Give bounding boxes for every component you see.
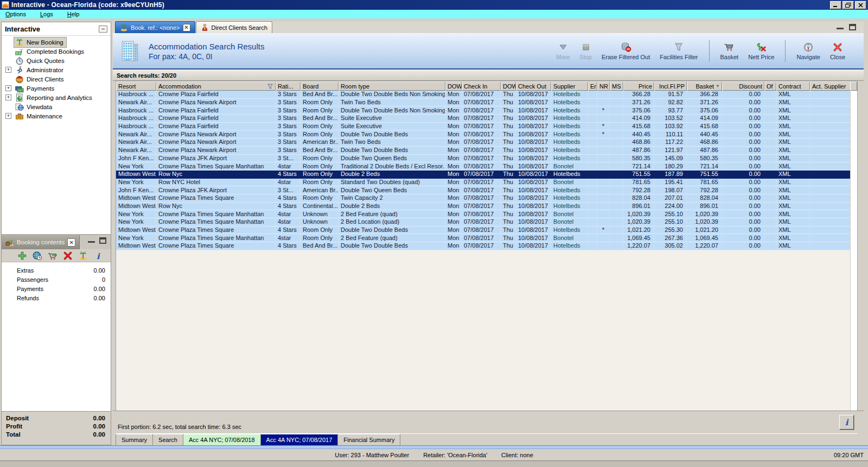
column-header-act-supplier[interactable]: Act. Supplier (810, 81, 851, 91)
table-row[interactable]: Midtown WestCrowne Plaza Times Square4 S… (116, 226, 851, 235)
sidebar-collapse-button[interactable]: – (99, 26, 107, 33)
move-to-basket-button[interactable] (48, 251, 58, 261)
quote-button[interactable] (33, 251, 42, 261)
table-row[interactable]: New YorkCrowne Plaza Times Square Manhat… (116, 162, 851, 171)
window-restore-button[interactable] (843, 1, 854, 9)
info-button[interactable]: i (93, 251, 103, 261)
table-row[interactable]: John F Ken...Crowne Plaza JFK Airport3 S… (116, 186, 851, 194)
table-row[interactable]: Hasbrouck ...Crowne Plaza Fairfield3 Sta… (116, 106, 851, 115)
sidebar-item-new-booking[interactable]: New Booking (2, 37, 111, 47)
facilities-filter-button[interactable]: Facilities Filter (656, 41, 701, 61)
column-header-supplier[interactable]: Supplier (551, 81, 588, 91)
column-header-basket[interactable]: Basket▼ (687, 81, 722, 91)
window-minimize-button[interactable] (830, 1, 841, 9)
sidebar-item-reporting-and-analytics[interactable]: +Reporting and Analytics (2, 93, 111, 102)
sidebar-item-direct-clients[interactable]: Direct Clients (2, 74, 111, 84)
sidebar-item-viewdata[interactable]: Viewdata (2, 102, 111, 111)
bottom-tab-search[interactable]: Search (153, 434, 183, 445)
column-header-discount[interactable]: Discount (722, 81, 764, 91)
table-row[interactable]: Midtown WestCrowne Plaza Times Square4 S… (116, 194, 851, 203)
column-header-of[interactable]: Of (764, 81, 776, 91)
table-row[interactable]: Midtown WestRow Nyc4 StarsRoom OnlyDoubl… (116, 171, 851, 179)
cell-contract: XML (776, 106, 810, 115)
booking-row-label: Extras (17, 267, 34, 274)
column-header-incl-fl-pp[interactable]: Incl.Fl.PP (654, 81, 687, 91)
delete-button[interactable] (63, 251, 73, 261)
erase-filtered-out-button[interactable]: Erase Filtered Out (598, 41, 653, 61)
column-header-room-type[interactable]: Room type (339, 81, 445, 91)
expand-toggle-icon[interactable]: + (5, 67, 11, 73)
cell-ms (610, 171, 623, 179)
cell-resort: John F Ken... (116, 155, 156, 163)
table-row[interactable]: Hasbrouck ...Crowne Plaza Fairfield3 Sta… (116, 91, 851, 99)
navigate-button[interactable]: Navigate (793, 41, 823, 61)
expand-toggle-icon[interactable]: + (5, 113, 11, 119)
column-header-rati[interactable]: Rati... (276, 81, 301, 91)
tab-close-icon[interactable]: ✕ (183, 24, 190, 31)
table-row[interactable]: Newark Air...Crowne Plaza Newark Airport… (116, 130, 851, 138)
bottom-tab-acc-4a-nyc-07-08-2017[interactable]: Acc 4A NYC; 07/08/2017 (261, 434, 339, 445)
expand-toggle-icon[interactable]: + (5, 85, 11, 91)
bottom-tab-financial-summary[interactable]: Financial Summary (338, 434, 400, 445)
sidebar-item-maintenance[interactable]: +Maintenance (2, 111, 111, 121)
bottom-tab-summary[interactable]: Summary (116, 434, 153, 445)
table-row[interactable]: John F Ken...Crowne Plaza JFK Airport3 S… (116, 155, 851, 163)
column-header-check-out[interactable]: Check Out (516, 81, 551, 91)
cell-rati: 4 Stars (276, 242, 301, 250)
table-row[interactable]: New YorkCrowne Plaza Times Square Manhat… (116, 218, 851, 226)
sidebar-item-completed-bookings[interactable]: Completed Bookings (2, 47, 111, 56)
booking-panel-maximize-button[interactable] (99, 237, 106, 244)
column-header-ms[interactable]: MS (610, 81, 623, 91)
tab-direct-clients-search[interactable]: Direct Clients Search (196, 21, 272, 33)
window-close-button[interactable] (855, 1, 866, 9)
column-header-er[interactable]: Er (588, 81, 597, 91)
menu-item-help[interactable]: Help (66, 10, 85, 18)
column-header-resort[interactable]: Resort (116, 81, 156, 91)
sidebar-item-quick-quotes[interactable]: Quick Quotes (2, 56, 111, 65)
table-row[interactable]: Hasbrouck ...Crowne Plaza Fairfield3 Sta… (116, 115, 851, 123)
column-header-contract[interactable]: Contract (776, 81, 810, 91)
booking-panel-minimize-button[interactable] (88, 237, 95, 243)
table-row[interactable]: Midtown WestCrowne Plaza Times Square4 S… (116, 242, 851, 250)
column-header-accommodation[interactable]: Accommodation (156, 81, 276, 91)
cell-check-out: 10/08/2017 (516, 171, 551, 179)
booking-contents-tab[interactable]: Booking contents ✕ (2, 235, 80, 249)
table-row[interactable]: Newark Air...Crowne Plaza Newark Airport… (116, 99, 851, 107)
column-header-board[interactable]: Board (301, 81, 339, 91)
expand-toggle-icon[interactable]: + (5, 94, 11, 100)
sidebar-item-payments[interactable]: +Payments (2, 84, 111, 93)
panel-maximize-button[interactable] (849, 24, 856, 30)
results-table: ResortAccommodationRati...BoardRoom type… (116, 81, 851, 250)
column-header-nr[interactable]: NR (597, 81, 610, 91)
column-header-dow[interactable]: DOW (445, 81, 462, 91)
sidebar-item-administrator[interactable]: +Administrator (2, 65, 111, 74)
table-row[interactable]: Hasbrouck ...Crowne Plaza Fairfield3 Sta… (116, 123, 851, 131)
menu-item-logs[interactable]: Logs (39, 10, 59, 18)
cell-room-type: Double Two Double Beds (339, 242, 445, 250)
menu-item-options[interactable]: Options (4, 10, 31, 18)
bottom-tab-acc-4a-nyc-07-08-2018[interactable]: Acc 4A NYC; 07/08/2018 (183, 434, 261, 445)
cell-rati: 3 Stars (276, 123, 301, 131)
basket-button[interactable]: Basket (717, 41, 742, 61)
table-row[interactable]: Newark Air...Crowne Plaza Newark Airport… (116, 138, 851, 147)
nett-price-button[interactable]: Nett Price (745, 41, 777, 61)
filter-funnel-icon (267, 83, 273, 90)
column-header-dow[interactable]: DOW (501, 81, 516, 91)
info-button[interactable]: i (839, 415, 854, 430)
table-row[interactable]: New YorkCrowne Plaza Times Square Manhat… (116, 210, 851, 218)
cell-nr (597, 138, 610, 147)
cell-dow: Mon (445, 155, 462, 163)
table-row[interactable]: Newark Air...Crowne Plaza Newark Airport… (116, 147, 851, 155)
table-row[interactable]: New YorkRow NYC Hotel4starRoom OnlyStand… (116, 179, 851, 187)
column-header-price[interactable]: Price (623, 81, 654, 91)
vertical-scrollbar[interactable] (850, 91, 857, 411)
holiday-button[interactable] (78, 251, 88, 261)
tab-book-ref-none[interactable]: Book. ref.: <none>✕ (115, 21, 195, 33)
column-header-check-in[interactable]: Check In (462, 81, 501, 91)
close-button[interactable]: Close (827, 41, 848, 61)
add-item-button[interactable] (17, 251, 27, 261)
table-row[interactable]: Midtown WestRow Nyc4 StarsContinental...… (116, 203, 851, 211)
table-row[interactable]: New YorkCrowne Plaza Times Square Manhat… (116, 234, 851, 242)
panel-minimize-button[interactable] (837, 24, 844, 29)
booking-contents-close-icon[interactable]: ✕ (67, 238, 75, 247)
